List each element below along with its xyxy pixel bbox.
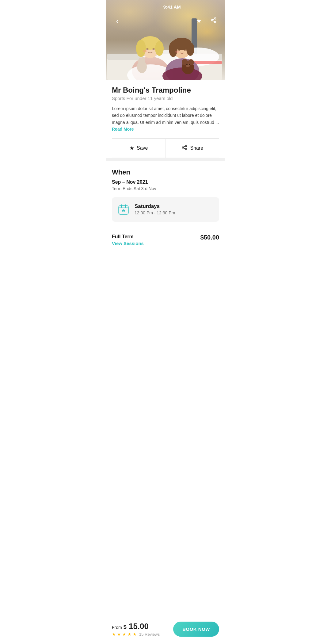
full-term-label: Full Term (112, 234, 144, 240)
share-label: Share (190, 145, 203, 151)
svg-point-21 (141, 57, 145, 64)
section-separator (106, 158, 225, 161)
venue-description: Lorem ipsum dolor sit amet, consectetur … (112, 105, 219, 133)
schedule-card: Saturdays 12:00 Pm - 12:30 Pm (112, 197, 219, 222)
svg-line-40 (213, 21, 215, 21)
save-icon: ★ (129, 145, 134, 151)
content-area: Mr Boing's Trampoline Sports For under 1… (106, 80, 225, 158)
schedule-info: Saturdays 12:00 Pm - 12:30 Pm (135, 203, 175, 215)
view-sessions-button[interactable]: View Sessions (112, 241, 144, 246)
pricing-left: Full Term View Sessions (112, 234, 144, 246)
venue-subtitle: Sports For under 11 years old (112, 96, 219, 101)
status-bar: Carrier ∿ 9:41 AM 20% (106, 0, 225, 13)
bottom-spacer (106, 251, 225, 282)
term-end: Term Ends Sat 3rd Nov (112, 186, 219, 191)
svg-point-13 (136, 40, 146, 57)
share-button[interactable]: Share (166, 139, 219, 158)
svg-point-26 (186, 42, 194, 56)
calendar-icon (117, 203, 130, 216)
star-icon: ★ (196, 17, 202, 25)
svg-point-36 (189, 64, 190, 65)
schedule-day: Saturdays (135, 203, 175, 209)
svg-point-35 (186, 64, 188, 65)
read-more-button[interactable]: Read More (112, 127, 134, 132)
share-hero-button[interactable] (208, 15, 219, 26)
when-section: When Sep – Nov 2021 Term Ends Sat 3rd No… (106, 161, 225, 234)
status-time: 9:41 AM (163, 4, 181, 10)
back-icon: ‹ (116, 16, 119, 26)
svg-line-45 (184, 148, 186, 149)
schedule-time: 12:00 Pm - 12:30 Pm (135, 210, 175, 215)
date-range: Sep – Nov 2021 (112, 179, 219, 185)
svg-point-15 (146, 48, 149, 50)
share-icon (211, 17, 217, 25)
hero-nav: ‹ ★ (106, 15, 225, 26)
action-bar: ★ Save Share (112, 139, 219, 158)
save-button[interactable]: ★ Save (112, 139, 166, 158)
svg-point-16 (153, 48, 155, 50)
svg-line-41 (213, 19, 215, 20)
full-term-price: $50.00 (200, 234, 219, 241)
svg-point-17 (143, 50, 147, 52)
save-label: Save (137, 145, 148, 151)
svg-point-28 (184, 49, 186, 51)
share-action-icon (181, 144, 188, 152)
back-button[interactable]: ‹ (112, 15, 123, 26)
svg-point-27 (178, 49, 181, 51)
venue-title: Mr Boing's Trampoline (112, 86, 219, 94)
svg-point-14 (155, 41, 164, 56)
when-label: When (112, 168, 219, 176)
svg-point-25 (169, 41, 177, 57)
pricing-row: Full Term View Sessions $50.00 (106, 234, 225, 251)
svg-point-29 (175, 51, 179, 53)
svg-line-46 (184, 146, 186, 147)
save-hero-button[interactable]: ★ (193, 15, 204, 26)
nav-right-buttons: ★ (193, 15, 219, 26)
